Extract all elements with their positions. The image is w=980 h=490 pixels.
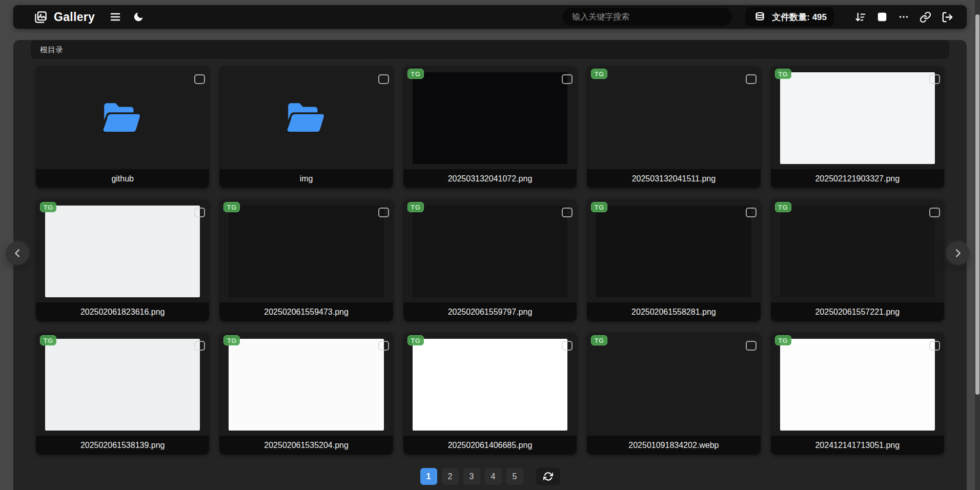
file-count-text: 文件数量: 495 — [772, 11, 827, 23]
file-card[interactable]: github — [36, 66, 209, 188]
select-checkbox[interactable] — [194, 74, 205, 84]
thumbnail — [36, 199, 209, 302]
thumbnail — [403, 333, 577, 436]
file-name: 202502061535204.png — [219, 436, 393, 455]
thumbnail — [219, 66, 393, 169]
breadcrumb[interactable]: 根目录 — [31, 40, 949, 59]
file-name: 202503132041072.png — [403, 169, 577, 188]
select-mode-button[interactable] — [874, 9, 890, 25]
chevron-left-icon — [12, 248, 23, 259]
chevron-right-icon — [952, 248, 964, 259]
select-checkbox[interactable] — [746, 208, 757, 217]
tg-badge: TG — [40, 202, 56, 212]
tg-badge: TG — [223, 202, 240, 212]
file-name: 202502061557221.png — [771, 302, 944, 321]
gallery-logo-icon — [32, 8, 50, 26]
more-options-button[interactable] — [896, 9, 911, 25]
select-checkbox[interactable] — [562, 74, 573, 84]
thumbnail — [219, 199, 393, 302]
scrollbar[interactable] — [975, 0, 980, 490]
moon-icon — [133, 11, 144, 23]
thumbnail — [403, 199, 577, 302]
top-navbar: Gallery 文件数量: 495 — [13, 5, 967, 29]
thumbnail — [36, 333, 209, 436]
thumbnail — [771, 199, 944, 302]
select-square-icon — [876, 11, 888, 23]
tg-badge: TG — [775, 335, 791, 345]
logout-button[interactable] — [940, 9, 955, 25]
menu-button[interactable] — [107, 9, 124, 25]
file-card[interactable]: TG 202502121903327.png — [771, 66, 944, 188]
thumbnail — [771, 66, 944, 169]
page-button-5[interactable]: 5 — [506, 468, 523, 485]
app-title: Gallery — [54, 10, 95, 24]
file-count-badge: 文件数量: 495 — [745, 7, 834, 27]
breadcrumb-path: 根目录 — [40, 45, 63, 54]
file-card[interactable]: TG 202503132041072.png — [403, 66, 577, 188]
logout-icon — [942, 11, 953, 23]
select-checkbox[interactable] — [378, 208, 389, 217]
select-checkbox[interactable] — [562, 208, 573, 217]
refresh-button[interactable] — [536, 467, 560, 485]
file-card[interactable]: TG 202502061557221.png — [771, 199, 944, 321]
select-checkbox[interactable] — [194, 208, 205, 217]
page-button-1[interactable]: 1 — [420, 468, 437, 485]
search-input[interactable] — [563, 8, 732, 26]
file-grid: github img TG 202503132041072.png TG 202… — [36, 66, 944, 455]
file-name: 202502061558281.png — [587, 302, 760, 321]
tg-badge: TG — [591, 202, 607, 212]
file-name: github — [36, 169, 209, 188]
thumbnail — [403, 66, 577, 169]
file-card[interactable]: TG 202502061558281.png — [587, 199, 760, 321]
select-checkbox[interactable] — [562, 341, 573, 351]
tg-badge: TG — [223, 335, 240, 345]
file-name: 202412141713051.png — [771, 436, 944, 455]
select-checkbox[interactable] — [378, 74, 389, 84]
link-icon — [920, 11, 931, 23]
file-card[interactable]: TG 202412141713051.png — [771, 333, 944, 455]
thumbnail — [587, 333, 760, 436]
select-checkbox[interactable] — [194, 341, 205, 351]
copy-link-button[interactable] — [917, 9, 933, 25]
file-card[interactable]: TG 202502061406685.png — [403, 333, 577, 455]
file-name: img — [219, 169, 393, 188]
main-panel: 根目录 github img TG 202503132041072.png TG… — [13, 40, 967, 490]
file-card[interactable]: img — [219, 66, 393, 188]
file-card[interactable]: TG 202503132041511.png — [587, 66, 760, 188]
theme-toggle-button[interactable] — [131, 9, 146, 25]
page-button-4[interactable]: 4 — [485, 468, 502, 485]
database-icon — [752, 10, 767, 25]
tg-badge: TG — [407, 335, 424, 345]
file-card[interactable]: TG 202502061538139.png — [36, 333, 209, 455]
thumbnail — [587, 199, 760, 302]
tg-badge: TG — [591, 335, 607, 345]
select-checkbox[interactable] — [929, 341, 940, 351]
tg-badge: TG — [775, 69, 791, 79]
select-checkbox[interactable] — [746, 341, 757, 351]
sort-button[interactable] — [852, 9, 868, 25]
file-name: 202502061559473.png — [219, 302, 393, 321]
sort-descending-icon — [854, 11, 866, 23]
scrollbar-thumb[interactable] — [975, 14, 979, 395]
file-card[interactable]: TG 202501091834202.webp — [587, 333, 760, 455]
folder-icon — [281, 96, 332, 140]
next-page-arrow[interactable] — [946, 241, 970, 265]
navbar-left-group: Gallery — [25, 8, 146, 26]
file-card[interactable]: TG 202502061559797.png — [403, 199, 577, 321]
thumbnail — [219, 333, 393, 436]
select-checkbox[interactable] — [929, 74, 940, 84]
file-name: 202502061559797.png — [403, 302, 577, 321]
tg-badge: TG — [407, 69, 424, 79]
file-name: 202502061406685.png — [403, 436, 577, 455]
file-card[interactable]: TG 202502061559473.png — [219, 199, 393, 321]
navbar-right-group: 文件数量: 495 — [563, 7, 955, 27]
page-button-2[interactable]: 2 — [442, 468, 459, 485]
select-checkbox[interactable] — [929, 208, 940, 217]
file-card[interactable]: TG 202502061823616.png — [36, 199, 209, 321]
prev-page-arrow[interactable] — [6, 241, 29, 265]
file-card[interactable]: TG 202502061535204.png — [219, 333, 393, 455]
select-checkbox[interactable] — [746, 74, 757, 84]
page-button-3[interactable]: 3 — [463, 468, 480, 485]
file-name: 202502121903327.png — [771, 169, 944, 188]
select-checkbox[interactable] — [378, 341, 389, 351]
